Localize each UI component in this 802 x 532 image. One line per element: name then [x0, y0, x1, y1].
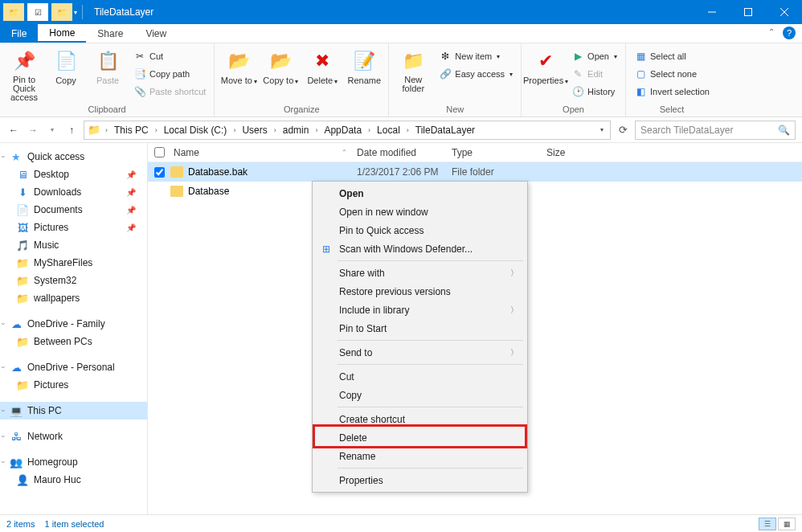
- sidebar-item-wallpapers[interactable]: 📁wallpapers: [0, 289, 147, 307]
- sidebar-item-documents[interactable]: 📄Documents📌: [0, 201, 147, 219]
- icons-view-button[interactable]: ▦: [778, 518, 796, 530]
- new-folder-button[interactable]: 📁New folder: [394, 47, 432, 93]
- ctx-create-shortcut[interactable]: Create shortcut: [315, 410, 525, 428]
- chevron-right-icon[interactable]: ›: [153, 126, 159, 134]
- select-none-button[interactable]: ▢Select none: [631, 66, 713, 82]
- column-type[interactable]: Type: [452, 147, 546, 158]
- qat-properties-icon[interactable]: ☑: [27, 3, 48, 21]
- chevron-right-icon[interactable]: ›: [405, 126, 411, 134]
- details-view-button[interactable]: ☰: [759, 518, 776, 530]
- tab-file[interactable]: File: [0, 24, 38, 43]
- ctx-scan-defender[interactable]: ⊞Scan with Windows Defender...: [315, 239, 525, 258]
- select-all-icon: ▦: [634, 50, 647, 63]
- ctx-send-to[interactable]: Send to〉: [315, 343, 525, 362]
- cut-button[interactable]: ✂Cut: [130, 48, 209, 64]
- sidebar-item-mauro[interactable]: 👤Mauro Huc: [0, 471, 147, 489]
- ctx-open-new-window[interactable]: Open in new window: [315, 203, 525, 221]
- breadcrumb[interactable]: TileDataLayer: [414, 125, 477, 136]
- ctx-copy[interactable]: Copy: [315, 386, 525, 404]
- breadcrumb[interactable]: admin: [281, 125, 311, 136]
- sidebar-item-mysharefiles[interactable]: 📁MyShareFiles: [0, 254, 147, 272]
- copy-path-button[interactable]: 📑Copy path: [130, 66, 209, 82]
- recent-dropdown-icon[interactable]: ▾: [45, 123, 59, 137]
- copy-to-button[interactable]: 📂Copy to▾: [261, 47, 300, 85]
- open-button[interactable]: ▶Open▾: [568, 48, 620, 64]
- sidebar-onedrive-personal[interactable]: ☁OneDrive - Personal: [0, 358, 147, 376]
- new-item-button[interactable]: ❇New item▾: [436, 48, 516, 64]
- breadcrumb[interactable]: This PC: [113, 125, 150, 136]
- copy-button[interactable]: 📄 Copy: [47, 47, 85, 85]
- help-icon[interactable]: ?: [783, 27, 796, 39]
- ctx-open[interactable]: Open: [315, 184, 525, 203]
- up-button[interactable]: ↑: [64, 123, 79, 137]
- history-button[interactable]: 🕑History: [568, 84, 620, 100]
- search-input[interactable]: Search TileDataLayer 🔍: [635, 121, 796, 140]
- refresh-button[interactable]: ⟳: [616, 124, 630, 136]
- maximize-button[interactable]: [730, 0, 766, 24]
- chevron-right-icon[interactable]: ›: [104, 126, 109, 134]
- qat-new-folder-icon[interactable]: 📁: [51, 3, 72, 21]
- chevron-right-icon[interactable]: ›: [366, 126, 372, 134]
- paste-shortcut-icon: 📎: [133, 85, 146, 98]
- sidebar-item-music[interactable]: 🎵Music: [0, 236, 147, 254]
- chevron-right-icon[interactable]: ›: [231, 126, 237, 134]
- sidebar-item-downloads[interactable]: ⬇Downloads📌: [0, 183, 147, 201]
- tab-share[interactable]: Share: [86, 24, 134, 43]
- breadcrumb[interactable]: Users: [240, 125, 268, 136]
- sidebar-item-system32[interactable]: 📁System32: [0, 272, 147, 289]
- qat-folder-icon[interactable]: 📁: [3, 3, 24, 21]
- invert-selection-button[interactable]: ◧Invert selection: [631, 84, 713, 100]
- qat-dropdown-icon[interactable]: ▾: [74, 9, 77, 16]
- breadcrumb[interactable]: Local Disk (C:): [162, 125, 229, 136]
- chevron-right-icon[interactable]: ›: [313, 126, 319, 134]
- ctx-cut[interactable]: Cut: [315, 367, 525, 386]
- pin-icon: 📌: [126, 170, 136, 179]
- folder-icon: 📁: [16, 379, 29, 391]
- sidebar-item-between-pcs[interactable]: 📁Between PCs: [0, 333, 147, 350]
- select-all-button[interactable]: ▦Select all: [631, 48, 713, 64]
- ctx-pin-quick-access[interactable]: Pin to Quick access: [315, 221, 525, 239]
- ctx-include-library[interactable]: Include in library〉: [315, 301, 525, 319]
- ctx-rename[interactable]: Rename: [315, 447, 525, 465]
- file-row[interactable]: Database.bak 1/23/2017 2:06 PM File fold…: [148, 162, 802, 182]
- tab-home[interactable]: Home: [38, 24, 86, 43]
- sidebar-item-pictures[interactable]: 🖼Pictures📌: [0, 219, 147, 236]
- sidebar-network[interactable]: 🖧Network: [0, 428, 147, 445]
- properties-icon: ✔: [533, 48, 559, 74]
- ctx-properties[interactable]: Properties: [315, 471, 525, 489]
- address-bar[interactable]: 📁 › This PC› Local Disk (C:)› Users› adm…: [84, 121, 611, 140]
- properties-button[interactable]: ✔Properties▾: [526, 47, 565, 85]
- sidebar-homegroup[interactable]: 👥Homegroup: [0, 453, 147, 471]
- sidebar-quick-access[interactable]: ★Quick access: [0, 148, 147, 166]
- breadcrumb[interactable]: AppData: [322, 125, 363, 136]
- column-size[interactable]: Size: [546, 147, 611, 158]
- tab-view[interactable]: View: [134, 24, 178, 43]
- pin-to-quick-access-button[interactable]: 📌 Pin to Quick access: [5, 47, 43, 102]
- pin-icon: 📌: [126, 188, 136, 197]
- ctx-pin-start[interactable]: Pin to Start: [315, 319, 525, 338]
- column-name[interactable]: Name⌃: [170, 147, 357, 158]
- ctx-share-with[interactable]: Share with〉: [315, 264, 525, 282]
- sidebar-this-pc[interactable]: 💻This PC: [0, 402, 147, 419]
- close-button[interactable]: [766, 0, 802, 24]
- breadcrumb[interactable]: Local: [375, 125, 402, 136]
- column-date[interactable]: Date modified: [357, 147, 452, 158]
- new-item-icon: ❇: [439, 50, 452, 63]
- chevron-right-icon[interactable]: ›: [272, 126, 278, 134]
- move-to-button[interactable]: 📂Move to▾: [219, 47, 258, 85]
- back-button[interactable]: ←: [6, 123, 21, 137]
- easy-access-button[interactable]: 🔗Easy access▾: [436, 66, 516, 82]
- sidebar-item-pictures-od[interactable]: 📁Pictures: [0, 376, 147, 394]
- user-icon: 👤: [16, 473, 29, 486]
- sidebar-item-desktop[interactable]: 🖥Desktop📌: [0, 166, 147, 183]
- ctx-delete[interactable]: Delete: [315, 428, 525, 447]
- ctx-restore-versions[interactable]: Restore previous versions: [315, 282, 525, 301]
- address-dropdown-icon[interactable]: ▾: [597, 126, 607, 133]
- rename-button[interactable]: 📝Rename: [345, 47, 383, 85]
- ribbon-collapse-icon[interactable]: ⌃: [768, 27, 775, 36]
- minimize-button[interactable]: [694, 0, 730, 24]
- sidebar-onedrive-family[interactable]: ☁OneDrive - Family: [0, 315, 147, 333]
- select-all-checkbox[interactable]: [154, 147, 165, 158]
- delete-button[interactable]: ✖Delete▾: [303, 47, 342, 85]
- row-checkbox[interactable]: [154, 167, 165, 178]
